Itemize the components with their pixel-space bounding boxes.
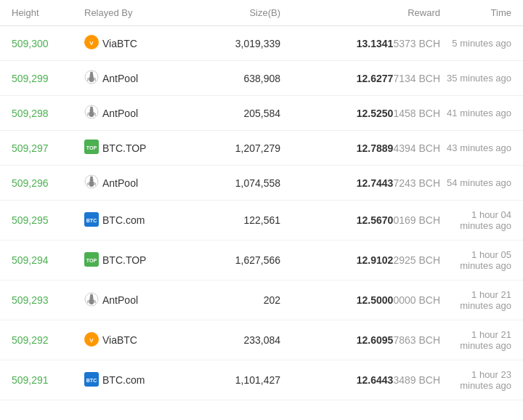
- svg-text:TOP: TOP: [86, 145, 97, 150]
- cell-reward: 12.91022925 BCH: [280, 254, 440, 266]
- cell-height: 509,292: [12, 334, 84, 346]
- header-relayed: Relayed By: [84, 7, 186, 18]
- cell-size: 122,561: [186, 214, 280, 226]
- reward-bold: 12.6277: [357, 73, 394, 84]
- pool-icon-btccom: BTC: [84, 212, 99, 229]
- svg-text:BTC: BTC: [86, 218, 97, 223]
- table-row[interactable]: 509,300 V ViaBTC 3,019,339 13.13415373 B…: [0, 26, 523, 61]
- reward-bold: 12.7889: [357, 142, 394, 154]
- cell-time: 1 hour 05 minutes ago: [440, 249, 511, 271]
- cell-reward: 12.74437243 BCH: [280, 177, 440, 189]
- pool-icon-btccom: BTC: [84, 372, 99, 389]
- cell-size: 1,074,558: [186, 177, 280, 189]
- table-row[interactable]: 509,295 BTC BTC.com 122,561 12.56700169 …: [0, 201, 523, 241]
- cell-time: 1 hour 21 minutes ago: [440, 289, 511, 311]
- pool-name: ViaBTC: [102, 38, 137, 49]
- cell-relayed: V ViaBTC: [84, 35, 186, 52]
- reward-light: 7243 BCH: [393, 177, 440, 189]
- pool-icon-antpool: [84, 174, 99, 191]
- pool-name: BTC.TOP: [102, 142, 146, 154]
- pool-name: ViaBTC: [102, 334, 137, 346]
- table-row[interactable]: 509,292 V ViaBTC 233,084 12.60957863 BCH…: [0, 320, 523, 360]
- table-row[interactable]: 509,298 AntPool 205,584 12.52501458 BCH …: [0, 96, 523, 131]
- reward-light: 5373 BCH: [393, 38, 440, 49]
- cell-relayed: TOP BTC.TOP: [84, 252, 186, 269]
- reward-light: 0000 BCH: [393, 294, 440, 306]
- reward-light: 1458 BCH: [393, 108, 440, 119]
- table-header: Height Relayed By Size(B) Reward Time: [0, 0, 523, 26]
- cell-time: 1 hour 23 minutes ago: [440, 369, 511, 391]
- cell-time: 1 hour 21 minutes ago: [440, 329, 511, 351]
- table-row[interactable]: 509,294 TOP BTC.TOP 1,627,566 12.9102292…: [0, 241, 523, 280]
- cell-height: 509,299: [12, 73, 84, 84]
- table-row[interactable]: 509,293 AntPool 202 12.50000000 BCH 1 ho…: [0, 280, 523, 320]
- pool-icon-antpool: [84, 70, 99, 86]
- header-reward: Reward: [280, 7, 440, 18]
- cell-height: 509,300: [12, 38, 84, 49]
- cell-time: 1 hour 04 minutes ago: [440, 209, 511, 231]
- header-time: Time: [440, 7, 511, 18]
- pool-icon-viabtc: V: [84, 35, 99, 52]
- cell-relayed: V ViaBTC: [84, 332, 186, 349]
- svg-text:TOP: TOP: [86, 258, 97, 263]
- pool-name: AntPool: [102, 108, 138, 119]
- reward-light: 7134 BCH: [393, 73, 440, 84]
- reward-bold: 12.5000: [357, 294, 394, 306]
- cell-relayed: BTC BTC.com: [84, 372, 186, 389]
- cell-reward: 12.78894394 BCH: [280, 142, 440, 154]
- cell-reward: 12.52501458 BCH: [280, 108, 440, 119]
- cell-height: 509,295: [12, 214, 84, 226]
- pool-name: BTC.TOP: [102, 254, 146, 266]
- cell-relayed: BTC BTC.com: [84, 212, 186, 229]
- reward-bold: 13.1341: [357, 38, 394, 49]
- blocks-table: Height Relayed By Size(B) Reward Time 50…: [0, 0, 523, 400]
- table-row[interactable]: 509,299 AntPool 638,908 12.62777134 BCH …: [0, 61, 523, 96]
- cell-time: 5 minutes ago: [440, 38, 511, 49]
- pool-icon-btctop: TOP: [84, 140, 99, 156]
- reward-bold: 12.6443: [357, 374, 394, 386]
- reward-light: 2925 BCH: [393, 254, 440, 266]
- svg-point-5: [90, 72, 93, 75]
- svg-text:V: V: [89, 337, 94, 344]
- header-size: Size(B): [186, 7, 280, 18]
- svg-point-23: [90, 177, 93, 179]
- table-row[interactable]: 509,297 TOP BTC.TOP 1,207,279 12.7889439…: [0, 131, 523, 166]
- reward-bold: 12.6095: [357, 334, 394, 346]
- pool-icon-antpool: [84, 292, 99, 309]
- cell-reward: 12.60957863 BCH: [280, 334, 440, 346]
- pool-icon-viabtc: V: [84, 332, 99, 349]
- reward-bold: 12.5670: [357, 214, 394, 226]
- svg-text:BTC: BTC: [86, 378, 97, 383]
- cell-reward: 12.50000000 BCH: [280, 294, 440, 306]
- cell-size: 1,101,427: [186, 374, 280, 386]
- reward-light: 0169 BCH: [393, 214, 440, 226]
- cell-relayed: AntPool: [84, 174, 186, 191]
- reward-light: 7863 BCH: [393, 334, 440, 346]
- pool-name: AntPool: [102, 177, 138, 189]
- pool-name: AntPool: [102, 294, 138, 306]
- header-height: Height: [12, 7, 84, 18]
- cell-size: 1,207,279: [186, 142, 280, 154]
- svg-point-13: [90, 107, 93, 110]
- cell-time: 35 minutes ago: [440, 73, 511, 84]
- pool-name: BTC.com: [102, 214, 145, 226]
- reward-bold: 12.5250: [357, 108, 394, 119]
- cell-relayed: AntPool: [84, 105, 186, 121]
- table-row[interactable]: 509,296 AntPool 1,074,558 12.74437243 BC…: [0, 166, 523, 201]
- cell-height: 509,291: [12, 374, 84, 386]
- pool-icon-btctop: TOP: [84, 252, 99, 269]
- cell-time: 41 minutes ago: [440, 108, 511, 118]
- cell-size: 205,584: [186, 108, 280, 119]
- cell-reward: 13.13415373 BCH: [280, 38, 440, 49]
- cell-reward: 12.56700169 BCH: [280, 214, 440, 226]
- cell-reward: 12.62777134 BCH: [280, 73, 440, 84]
- table-row[interactable]: 509,291 BTC BTC.com 1,101,427 12.6443348…: [0, 360, 523, 400]
- cell-time: 54 minutes ago: [440, 177, 511, 188]
- cell-reward: 12.64433489 BCH: [280, 374, 440, 386]
- cell-size: 202: [186, 294, 280, 306]
- cell-time: 43 minutes ago: [440, 142, 511, 153]
- pool-name: AntPool: [102, 73, 138, 84]
- reward-bold: 12.9102: [357, 254, 394, 266]
- cell-relayed: TOP BTC.TOP: [84, 140, 186, 156]
- cell-size: 3,019,339: [186, 38, 280, 49]
